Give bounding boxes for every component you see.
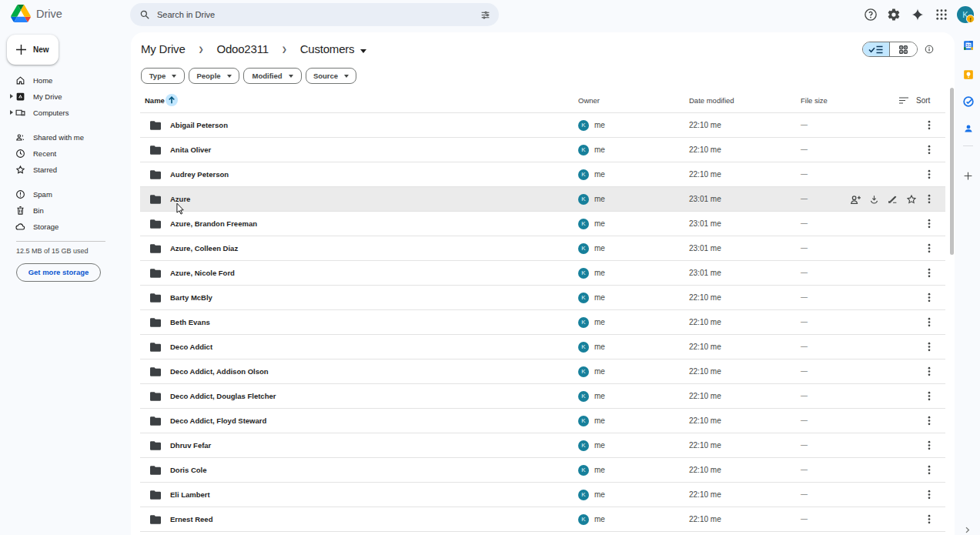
svg-text:31: 31 bbox=[966, 43, 972, 48]
